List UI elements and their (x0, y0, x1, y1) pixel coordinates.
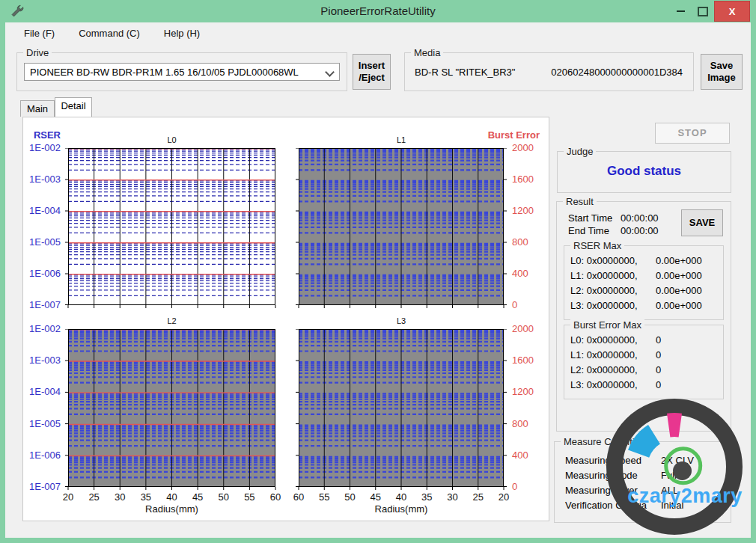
chart-title-l2: L2 (150, 316, 195, 325)
y-left-tick: 1E-005 (23, 236, 61, 248)
x-tick: 20 (493, 491, 515, 503)
tab-detail[interactable]: Detail (55, 97, 92, 117)
x-tick: 60 (287, 491, 310, 503)
y-left-tick: 1E-002 (23, 323, 61, 334)
x-tick: 45 (186, 491, 209, 503)
burst-error-max-label: L2: 0x0000000, (570, 364, 647, 375)
y-right-tick: 800 (512, 418, 528, 429)
burst-error-max-label: Burst Error Max (570, 319, 644, 331)
y-left-tick: 1E-004 (23, 386, 61, 397)
judge-group: Judge Good status (557, 151, 731, 193)
menu-item-command-c[interactable]: Command (C) (71, 25, 147, 42)
drive-group: Drive PIONEER BD-RW BDR-PR1M 1.65 16/10/… (16, 52, 347, 91)
y-left-tick: 1E-003 (23, 355, 61, 366)
media-disc-id: 02060248000000000001D384 (551, 67, 683, 78)
burst-error-max-label: L1: 0x0000000, (570, 349, 647, 361)
tab-main[interactable]: Main (20, 100, 55, 117)
x-tick: 25 (83, 491, 106, 503)
x-axis-title: Radius(mm) (368, 503, 435, 515)
maximize-button[interactable] (692, 1, 714, 21)
x-tick: 55 (313, 491, 335, 503)
start-time-value: 00:00:00 (621, 212, 659, 224)
y-left-tick: 1E-007 (23, 299, 61, 310)
y-right-tick: 800 (512, 236, 528, 248)
measure-condition-row: Verification CriteriaInitial (565, 497, 726, 512)
end-time-row: End Time 00:00:00 (568, 225, 659, 236)
stop-button[interactable]: STOP (655, 123, 730, 144)
burst-error-max-row: L2: 0x0000000,0 (570, 362, 720, 377)
menu-item-help-h[interactable]: Help (H) (156, 25, 207, 42)
measure-condition-row: Measuring Speed2X CLV (565, 452, 726, 467)
x-axis-title: Radius(mm) (138, 503, 206, 515)
y-left-tick: 1E-002 (23, 142, 61, 153)
y-right-tick: 1600 (512, 174, 534, 185)
x-tick: 35 (415, 491, 438, 503)
measure-condition-label: Measuring Speed (565, 455, 661, 466)
judge-group-label: Judge (564, 146, 596, 157)
end-time-label: End Time (568, 225, 621, 236)
insert-eject-button[interactable]: Insert /Eject (353, 54, 391, 90)
x-tick: 55 (238, 491, 260, 503)
x-tick: 40 (390, 491, 412, 503)
chart-plot-l1 (294, 148, 508, 310)
rser-max-label: L2: 0x0000000, (570, 285, 647, 296)
burst-error-max-group: Burst Error Max L0: 0x0000000,0L1: 0x000… (564, 325, 724, 399)
save-button[interactable]: SAVE (681, 209, 723, 236)
measure-condition-label: Measuring Mode (565, 470, 661, 481)
y-left-tick: 1E-004 (23, 205, 61, 216)
menu-item-file-f[interactable]: File (F) (16, 25, 62, 42)
rser-max-value: 0.00e+000 (647, 270, 702, 281)
measure-condition-label: Verification Criteria (565, 500, 661, 511)
start-time-row: Start Time 00:00:00 (568, 212, 659, 224)
right-axis-title: Burst Error (488, 129, 540, 141)
x-tick: 30 (109, 491, 131, 503)
chart-plot-l3 (294, 329, 508, 491)
measure-condition-value: ALL (661, 485, 678, 496)
y-right-tick: 400 (512, 450, 528, 461)
rser-max-row: L2: 0x0000000,0.00e+000 (570, 283, 720, 298)
y-right-tick: 2000 (512, 323, 534, 334)
drive-group-label: Drive (23, 47, 52, 58)
close-button[interactable]: X (714, 1, 750, 22)
rser-max-row: L3: 0x0000000,0.00e+000 (570, 298, 720, 313)
y-right-tick: 400 (512, 268, 528, 279)
client-area: File (F)Command (C)Help (H) Drive PIONEE… (5, 22, 751, 538)
x-tick: 50 (339, 491, 362, 503)
chart-plot-l0 (64, 148, 280, 310)
media-disc-type: BD-R SL "RITEK_BR3" (415, 67, 515, 78)
burst-error-max-value: 0 (647, 334, 661, 346)
x-tick: 50 (213, 491, 235, 503)
drive-selected-value: PIONEER BD-RW BDR-PR1M 1.65 16/10/05 PJD… (30, 67, 299, 78)
left-axis-title: RSER (23, 129, 61, 141)
measure-condition-value: Initial (661, 500, 683, 511)
x-tick: 30 (442, 491, 464, 503)
measure-condition-label: Measuring Layer (565, 485, 661, 496)
rser-max-row: L0: 0x0000000,0.00e+000 (570, 253, 720, 268)
rser-max-row: L1: 0x0000000,0.00e+000 (570, 268, 720, 283)
rser-max-label: L1: 0x0000000, (570, 270, 647, 281)
rser-max-label: L3: 0x0000000, (570, 300, 647, 311)
rser-max-value: 0.00e+000 (647, 255, 702, 266)
rser-max-label: L0: 0x0000000, (570, 255, 647, 266)
burst-error-max-row: L0: 0x0000000,0 (570, 332, 720, 347)
y-right-tick: 1200 (512, 205, 534, 216)
y-right-tick: 1200 (512, 386, 534, 397)
save-image-button[interactable]: Save Image (701, 54, 743, 90)
window-title: PioneerErrorRateUtility (0, 0, 756, 22)
y-left-tick: 1E-005 (23, 418, 61, 429)
judge-status: Good status (558, 164, 731, 179)
minimize-button[interactable] (669, 1, 692, 21)
chart-title-l3: L3 (379, 316, 424, 325)
burst-error-max-value: 0 (647, 349, 661, 361)
titlebar: PioneerErrorRateUtility X (0, 0, 756, 22)
y-right-tick: 0 (512, 481, 517, 492)
y-right-tick: 2000 (512, 142, 534, 153)
chart-plot-l2 (64, 329, 280, 491)
drive-select[interactable]: PIONEER BD-RW BDR-PR1M 1.65 16/10/05 PJD… (24, 63, 340, 81)
chart-title-l1: L1 (379, 135, 424, 144)
rser-max-label: RSER Max (570, 240, 624, 251)
start-time-label: Start Time (568, 212, 621, 224)
measure-condition-group: Measure Condition Measuring Speed2X CLVM… (554, 441, 731, 523)
burst-error-max-row: L3: 0x0000000,0 (570, 377, 720, 392)
rser-max-value: 0.00e+000 (647, 285, 702, 296)
